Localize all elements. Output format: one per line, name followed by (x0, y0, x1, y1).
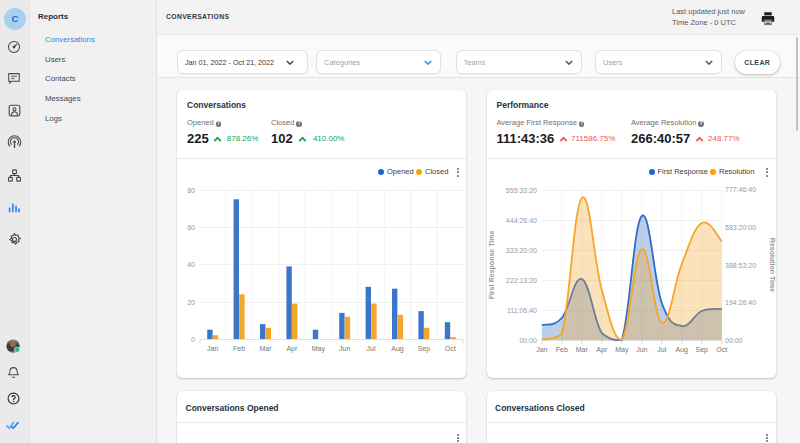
svg-text:May: May (615, 346, 629, 354)
svg-text:Aug: Aug (675, 346, 688, 354)
svg-text:Sep: Sep (695, 346, 708, 354)
svg-text:Mar: Mar (259, 345, 272, 352)
svg-text:Jun: Jun (636, 346, 647, 353)
svg-text:Resolution Time: Resolution Time (769, 238, 776, 292)
svg-text:20: 20 (187, 299, 195, 306)
svg-text:Aug: Aug (391, 345, 404, 353)
svg-text:Jan: Jan (536, 346, 547, 353)
svg-text:Apr: Apr (596, 346, 608, 354)
svg-text:555:33:20: 555:33:20 (505, 187, 536, 194)
svg-text:111:06:40: 111:06:40 (506, 307, 536, 314)
svg-text:Jan: Jan (207, 345, 218, 352)
svg-text:Mar: Mar (575, 346, 588, 353)
svg-text:444:26:40: 444:26:40 (505, 217, 536, 224)
svg-text:40: 40 (187, 261, 195, 268)
svg-text:Feb: Feb (233, 345, 245, 352)
svg-text:May: May (312, 345, 326, 353)
svg-text:Apr: Apr (286, 345, 298, 353)
svg-text:Jul: Jul (367, 345, 376, 352)
svg-text:Jul: Jul (657, 346, 666, 353)
svg-text:222:13:20: 222:13:20 (505, 277, 536, 284)
svg-text:First Response Time: First Response Time (488, 231, 496, 300)
svg-text:60: 60 (187, 224, 195, 231)
svg-text:00:00: 00:00 (725, 337, 743, 344)
svg-text:Oct: Oct (445, 345, 456, 352)
svg-text:194:26:40: 194:26:40 (725, 299, 756, 306)
svg-text:Feb: Feb (555, 346, 567, 353)
svg-text:00:00: 00:00 (519, 337, 537, 344)
svg-text:Oct: Oct (716, 346, 727, 353)
svg-text:777:46:40: 777:46:40 (725, 186, 756, 193)
svg-text:Sep: Sep (418, 345, 431, 353)
svg-text:80: 80 (187, 187, 195, 194)
svg-text:388:53:20: 388:53:20 (725, 262, 756, 269)
svg-text:0: 0 (191, 336, 195, 343)
svg-text:583:20:00: 583:20:00 (725, 224, 756, 231)
svg-text:333:20:00: 333:20:00 (505, 247, 536, 254)
svg-text:Jun: Jun (339, 345, 350, 352)
